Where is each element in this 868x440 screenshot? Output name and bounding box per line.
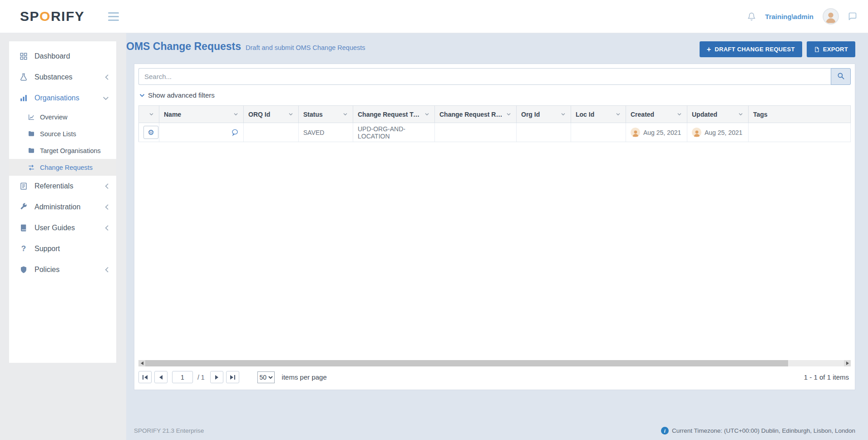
column-menu-chevron-icon[interactable] <box>737 111 745 117</box>
sidebar-item-policies[interactable]: Policies <box>9 259 116 280</box>
table-row[interactable]: ⚙ <box>139 123 851 142</box>
sidebar-subitem-overview[interactable]: Overview <box>9 109 116 125</box>
sidebar-item-label: Source Lists <box>40 130 109 138</box>
column-menu-chevron-icon[interactable] <box>148 111 155 117</box>
column-header-change-request-type[interactable]: Change Request Type <box>353 106 435 123</box>
pagination-bar: / 1 50 items per page 1 - 1 of 1 items <box>138 371 851 383</box>
column-header-loc-id[interactable]: Loc Id <box>571 106 626 123</box>
sidebar-item-support[interactable]: ? Support <box>9 238 116 259</box>
sidebar-item-substances[interactable]: Substances <box>9 67 116 88</box>
row-actions-gear-button[interactable]: ⚙ <box>143 126 158 139</box>
chevron-left-icon <box>105 225 109 231</box>
user-avatar[interactable] <box>823 8 839 25</box>
shield-icon <box>19 265 28 274</box>
last-page-button[interactable] <box>226 371 239 383</box>
column-header-tags[interactable]: Tags <box>749 106 851 123</box>
next-page-button[interactable] <box>210 371 223 383</box>
column-menu-chevron-icon[interactable] <box>614 111 622 117</box>
column-header-status[interactable]: Status <box>299 106 353 123</box>
sidebar-item-label: Target Organisations <box>40 147 109 154</box>
app-root: SPORIFY Training\admin <box>0 0 868 440</box>
column-menu-chevron-icon[interactable] <box>423 111 431 117</box>
column-menu-chevron-icon[interactable] <box>676 111 683 117</box>
search-input[interactable] <box>138 68 831 85</box>
chevron-left-icon <box>105 267 109 273</box>
search-button[interactable] <box>831 68 851 85</box>
column-header-name[interactable]: Name <box>159 106 244 123</box>
person-icon <box>824 10 838 24</box>
sidebar-item-label: Organisations <box>35 94 103 102</box>
show-advanced-filters-toggle[interactable]: Show advanced filters <box>139 91 851 99</box>
export-button[interactable]: EXPORT <box>807 41 855 57</box>
search-icon <box>837 72 845 81</box>
change-requests-table: Name ORQ Id Status <box>138 105 851 142</box>
page-total-label: / 1 <box>197 374 205 381</box>
filters-toggle-label: Show advanced filters <box>148 91 215 99</box>
column-menu-chevron-icon[interactable] <box>232 111 240 117</box>
current-user-menu[interactable]: Training\admin <box>765 13 814 20</box>
scrollbar-track[interactable] <box>145 360 844 366</box>
folder-icon <box>27 130 35 138</box>
page-title: OMS Change Requests <box>126 40 241 53</box>
column-menu-chevron-icon[interactable] <box>505 111 513 117</box>
info-icon: i <box>661 427 669 435</box>
app-logo[interactable]: SPORIFY <box>20 9 84 24</box>
column-label: ORQ Id <box>248 111 270 118</box>
sidebar-subitem-source-lists[interactable]: Source Lists <box>9 125 116 142</box>
sidebar-item-label: User Guides <box>35 224 105 232</box>
column-menu-chevron-icon[interactable] <box>559 111 567 117</box>
question-mark-icon: ? <box>19 244 28 253</box>
page-subtitle: Draft and submit OMS Change Requests <box>246 44 365 51</box>
scroll-right-arrow[interactable] <box>844 360 851 366</box>
column-header-change-request-reason[interactable]: Change Request Reason <box>435 106 517 123</box>
column-label: Tags <box>753 111 768 118</box>
left-column: Dashboard Substances Organisations <box>0 33 126 440</box>
draft-button-label: DRAFT CHANGE REQUEST <box>715 46 794 53</box>
column-header-created[interactable]: Created <box>626 106 687 123</box>
created-by-avatar <box>631 128 640 137</box>
column-menu-chevron-icon[interactable] <box>341 111 349 117</box>
column-header-org-id[interactable]: Org Id <box>517 106 571 123</box>
column-menu-chevron-icon[interactable] <box>287 111 295 117</box>
sidebar-item-dashboard[interactable]: Dashboard <box>9 46 116 67</box>
scrollbar-thumb[interactable] <box>145 360 788 366</box>
previous-page-button[interactable] <box>154 371 168 383</box>
sidebar-item-organisations[interactable]: Organisations <box>9 88 116 109</box>
menu-toggle-icon[interactable] <box>106 10 121 23</box>
sidebar-subitem-change-requests[interactable]: Change Requests <box>9 159 116 176</box>
sidebar-item-label: Overview <box>40 114 109 121</box>
feedback-chat-icon[interactable] <box>848 12 857 21</box>
sidebar-subitem-target-organisations[interactable]: Target Organisations <box>9 142 116 159</box>
chevron-left-icon <box>105 183 109 189</box>
sidebar-nav: Dashboard Substances Organisations <box>9 41 116 363</box>
sidebar-item-label: Change Requests <box>40 164 109 171</box>
column-label: Name <box>164 111 181 118</box>
draft-change-request-button[interactable]: + DRAFT CHANGE REQUEST <box>700 41 802 57</box>
column-header-updated[interactable]: Updated <box>687 106 749 123</box>
plus-icon: + <box>707 46 711 53</box>
page-footer: SPORIFY 21.3 Enterprise i Current Timezo… <box>134 427 855 435</box>
page-header: OMS Change Requests Draft and submit OMS… <box>126 40 855 57</box>
column-label: Status <box>303 111 323 118</box>
column-header-selector[interactable] <box>139 106 159 123</box>
org-chart-icon <box>19 94 28 103</box>
sidebar-item-referentials[interactable]: Referentials <box>9 176 116 197</box>
list-clipboard-icon <box>19 182 28 191</box>
notifications-bell-icon[interactable] <box>747 12 756 21</box>
row-org-id <box>517 123 571 142</box>
comment-bubble-icon[interactable] <box>231 129 239 136</box>
document-icon <box>814 46 819 53</box>
scroll-left-arrow[interactable] <box>138 360 145 366</box>
page-size-select[interactable]: 50 <box>257 371 275 383</box>
sidebar-item-administration[interactable]: Administration <box>9 197 116 218</box>
column-label: Updated <box>692 111 717 118</box>
column-header-orq-id[interactable]: ORQ Id <box>244 106 299 123</box>
sidebar-item-user-guides[interactable]: User Guides <box>9 218 116 238</box>
dashboard-grid-icon <box>19 52 28 61</box>
gear-icon: ⚙ <box>148 129 154 136</box>
main-content: OMS Change Requests Draft and submit OMS… <box>126 33 868 440</box>
content-card: Show advanced filters <box>134 64 855 390</box>
first-page-button[interactable] <box>138 371 152 383</box>
page-number-input[interactable] <box>172 371 193 383</box>
horizontal-scrollbar[interactable] <box>138 360 851 366</box>
